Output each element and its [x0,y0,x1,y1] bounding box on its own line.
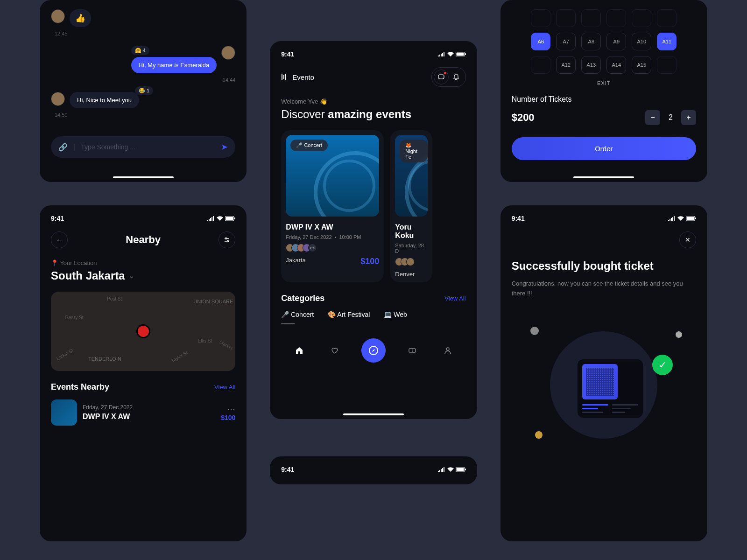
total-price: $200 [512,112,535,124]
event-image: 🦊 Night Fe [395,135,428,217]
svg-rect-1 [226,217,233,220]
seat-a13[interactable]: A13 [581,56,601,74]
status-bar: 9:41 [512,215,696,222]
seat-a7[interactable]: A7 [556,33,576,50]
decoration-orb [530,327,539,335]
event-name: DWP IV X AW [83,413,215,421]
message-bubble: Hi, My name is Esmeralda [131,57,217,73]
status-bar: 9:41 [281,466,465,473]
send-icon[interactable]: ➤ [221,142,228,152]
decoration-orb [676,331,682,338]
increment-button[interactable]: + [681,110,696,125]
status-time: 9:41 [51,215,64,222]
decrement-button[interactable]: − [645,110,660,125]
check-icon: ✓ [652,355,673,375]
success-title: Successfully bought ticket [512,259,696,273]
event-date: Friday, 27 Dec 2022 [83,404,215,411]
messages-icon[interactable] [434,70,449,84]
category-concert[interactable]: 🎤 Concert [281,311,314,318]
seat-a15[interactable]: A15 [632,56,651,74]
svg-point-4 [226,238,227,239]
category-art[interactable]: 🎨 Art Festival [328,311,370,318]
page-title: Nearby [126,234,161,246]
svg-rect-20 [695,217,696,219]
status-icons [438,467,466,472]
attachment-icon[interactable]: 🔗 [58,143,68,152]
status-time: 9:41 [281,466,294,473]
svg-rect-9 [465,53,466,55]
svg-point-6 [227,241,229,242]
ticket-illustration [578,359,643,418]
peek-screen: 9:41 [270,456,477,484]
seat-a12[interactable]: A12 [556,56,576,74]
location-name[interactable]: South Jakarta ⌄ [51,269,235,282]
more-icon[interactable]: ⋯ [221,404,235,414]
discover-screen: 9:41 Evento [270,41,477,419]
chat-screen: 👍 12:45 🤗 4 Hi, My name is Esmeralda 14:… [40,0,247,182]
event-list-item[interactable]: Friday, 27 Dec 2022 DWP IV X AW ⋯ $100 [51,399,235,426]
timestamp: 14:59 [55,112,235,118]
seat-a14[interactable]: A14 [606,56,626,74]
seat-a8[interactable]: A8 [581,33,601,50]
section-title: Events Nearby [51,382,109,392]
event-price: $100 [360,257,379,266]
nav-profile[interactable] [438,341,457,360]
chevron-down-icon: ⌄ [129,272,134,280]
quantity-stepper: − 2 + [645,110,696,125]
home-indicator [113,176,174,178]
view-all-link[interactable]: View All [214,384,235,391]
event-location: Jakarta [286,257,306,266]
event-card[interactable]: 🦊 Night Fe Yoru Koku Saturday, 28 D Denv… [390,130,432,282]
svg-rect-8 [456,53,464,56]
event-card[interactable]: 🎤 Concert DWP IV X AW Friday, 27 Dec 202… [281,130,384,282]
event-location: Denver [395,271,415,278]
scroll-indicator [281,323,295,324]
seat-a10[interactable]: A10 [632,33,651,50]
seat [556,9,576,27]
home-indicator [573,176,634,178]
timestamp: 12:45 [55,31,235,36]
back-button[interactable]: ← [51,231,68,248]
status-icons [207,216,235,221]
avatar[interactable] [221,46,235,60]
seat-a11[interactable]: A11 [657,33,677,50]
status-bar: 9:41 [281,50,465,58]
seat-a9[interactable]: A9 [606,33,626,50]
nearby-screen: 9:41 ← Nearby 📍 Your Location South Jaka… [40,205,247,541]
quantity-value: 2 [669,113,673,122]
nav-tickets[interactable] [403,341,422,360]
home-indicator [343,413,404,415]
exit-label: EXIT [512,80,696,86]
attendee-avatars [395,258,428,266]
nav-explore[interactable] [361,338,386,363]
close-button[interactable]: ✕ [679,231,696,248]
seat [606,9,626,27]
bell-icon[interactable] [449,70,464,84]
reaction-badge[interactable]: 😂 1 [135,86,153,95]
view-all-link[interactable]: View All [444,295,465,302]
event-tag: 🦊 Night Fe [400,140,428,162]
filter-button[interactable] [218,231,235,248]
avatar[interactable] [51,9,65,23]
event-meta: Friday, 27 Dec 2022•10:00 PM [286,234,379,240]
qr-code-icon [582,364,618,399]
bottom-nav [281,338,465,363]
seat-grid: A6 A7 A8 A9 A10 A11 A12 A13 A14 A15 [512,9,696,74]
message-bubble: 👍 [70,9,91,27]
map[interactable]: Post St Geary St Ellis St Larkin St TEND… [51,292,235,371]
order-button[interactable]: Order [512,137,696,160]
seat [657,9,677,27]
svg-rect-19 [687,217,694,220]
seat-a6[interactable]: A6 [531,33,550,50]
avatar[interactable] [51,92,65,106]
nav-favorites[interactable] [325,341,344,360]
nav-home[interactable] [290,341,309,360]
seat [531,56,550,74]
message-bubble: Hi, Nice to Meet you [70,92,139,108]
status-time: 9:41 [281,50,294,58]
category-web[interactable]: 💻 Web [384,311,407,318]
reaction-badge[interactable]: 🤗 4 [131,46,149,55]
event-title: DWP IV X AW [286,223,379,231]
success-graphic: ✓ [512,327,696,457]
message-input[interactable]: 🔗 | Type Something ... ➤ [51,136,235,158]
